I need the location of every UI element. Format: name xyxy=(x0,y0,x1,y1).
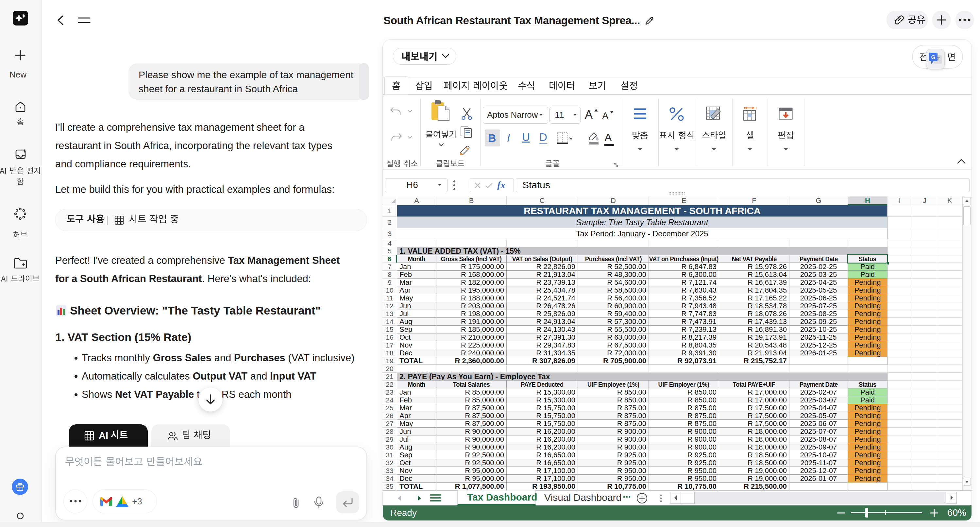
svg-text:G: G xyxy=(931,54,935,61)
